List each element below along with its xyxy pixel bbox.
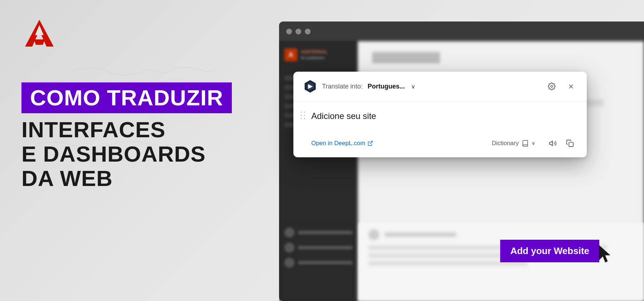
svg-point-8	[551, 85, 553, 87]
translated-text: Adicione seu site	[311, 110, 577, 122]
bottom-sidebar-row-1	[284, 228, 352, 238]
svg-rect-11	[569, 142, 573, 147]
bottom-avatar	[369, 229, 379, 240]
drag-dot-6	[304, 118, 305, 119]
bottom-sidebar	[279, 222, 358, 301]
sidebar-logo-area: A ADDTERNAL for publishers	[284, 48, 352, 67]
drag-handle	[301, 111, 306, 120]
highlight-text: COMO TRADUZIR	[30, 85, 223, 110]
translate-lang: Portugues...	[367, 83, 405, 90]
dict-chevron-icon[interactable]: ∨	[532, 140, 535, 146]
right-section: A ADDTERNAL for publishers	[250, 0, 644, 301]
dictionary-label: Dictionary	[492, 140, 519, 147]
open-deepl-button[interactable]: Open in DeepL.com	[311, 140, 373, 147]
left-section: COMO TRADUZIR INTERFACES E DASHBOARDS DA…	[0, 0, 279, 301]
bottom-sidebar-avatar-2	[284, 243, 294, 253]
sidebar-logo-icon: A	[284, 48, 297, 61]
bottom-sidebar-row-2	[284, 243, 352, 253]
bottom-sidebar-row-3	[284, 258, 352, 268]
svg-line-9	[370, 141, 372, 144]
svg-marker-3	[34, 39, 45, 45]
popup-footer: Open in DeepL.com Dictionary ∨	[293, 137, 587, 157]
lang-chevron-icon[interactable]: ∨	[411, 83, 415, 90]
window-dot-1	[286, 29, 292, 34]
bottom-bar-1	[385, 233, 456, 237]
drag-dot-1	[301, 111, 302, 113]
highlight-box: COMO TRADUZIR	[21, 82, 232, 113]
drag-dot-2	[304, 111, 305, 113]
title-line-3: E DASHBOARDS	[21, 142, 258, 166]
logo	[21, 18, 57, 50]
window-dot-3	[305, 29, 311, 34]
open-deepl-label: Open in DeepL.com	[311, 140, 365, 147]
window-dot-2	[296, 29, 301, 34]
title-line-4: DA WEB	[21, 166, 258, 191]
copy-button[interactable]	[563, 137, 577, 150]
book-icon	[522, 140, 529, 147]
translation-popup: ▶ Translate into: Portugues... ∨ ×	[293, 72, 587, 157]
bottom-sidebar-avatar-1	[284, 228, 294, 238]
browser-titlebar	[279, 22, 644, 41]
drag-dot-4	[304, 115, 305, 116]
bottom-sidebar-bar-1	[298, 231, 352, 234]
svg-marker-12	[599, 245, 610, 262]
translate-label: Translate into:	[322, 83, 362, 90]
drag-dot-3	[301, 115, 302, 116]
bottom-sidebar-avatar-3	[284, 258, 294, 268]
deepl-icon: ▶	[303, 80, 317, 93]
svg-marker-10	[550, 141, 552, 145]
dictionary-button[interactable]: Dictionary ∨	[492, 140, 535, 147]
sidebar-logo-text: ADDTERNAL	[301, 49, 328, 55]
external-link-icon	[367, 140, 373, 146]
footer-actions	[546, 137, 577, 150]
settings-button[interactable]	[546, 81, 557, 92]
speaker-button[interactable]	[546, 137, 560, 150]
popup-header: ▶ Translate into: Portugues... ∨ ×	[293, 72, 587, 101]
cta-area: Add your Website	[500, 236, 615, 265]
svg-text:▶: ▶	[308, 83, 313, 89]
popup-body: Adicione seu site	[293, 101, 587, 137]
close-button[interactable]: ×	[565, 81, 577, 92]
cursor-icon	[597, 244, 615, 265]
drag-dot-5	[301, 118, 302, 119]
add-website-button[interactable]: Add your Website	[500, 240, 599, 262]
title-line-2: INTERFACES	[21, 118, 258, 142]
bottom-sidebar-bar-2	[298, 246, 352, 249]
main-title	[372, 52, 440, 63]
sidebar-logo-subtext: for publishers	[301, 55, 328, 60]
bottom-sidebar-bar-3	[298, 261, 352, 264]
text-content: COMO TRADUZIR INTERFACES E DASHBOARDS DA…	[21, 82, 258, 191]
